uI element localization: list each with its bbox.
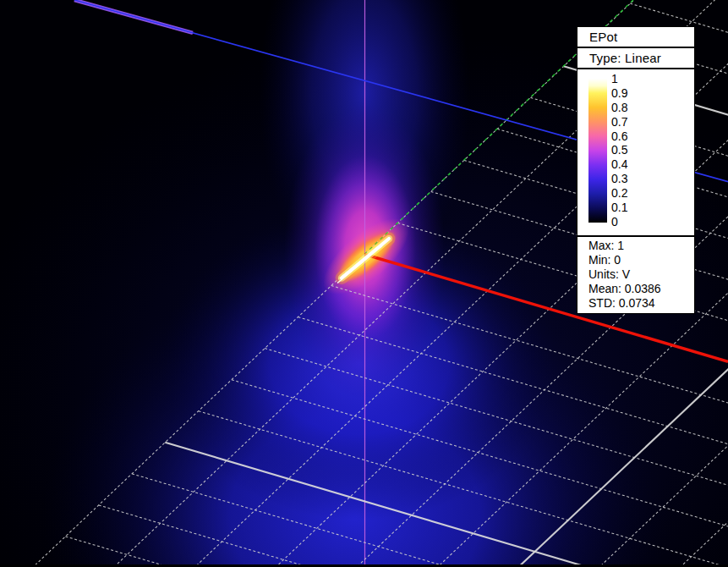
colorbar-tick: 0.3 [611, 173, 627, 184]
stat-max: Max: 1 [588, 239, 691, 253]
colorbar-tick: 0.4 [611, 158, 627, 170]
colorbar-tick: 1 [611, 73, 627, 85]
legend-title: EPot [577, 27, 694, 48]
colorbar-tick: 0 [611, 216, 627, 228]
colorbar-tick: 0.6 [611, 130, 627, 142]
colorbar-section: 1 0.9 0.8 0.7 0.6 0.5 0.4 0.3 0.2 0.1 0 [577, 69, 694, 237]
stat-mean: Mean: 0.0386 [588, 282, 691, 296]
legend-type: Type: Linear [577, 48, 694, 69]
colorbar-tick: 0.2 [611, 187, 627, 199]
viewport-3d[interactable]: EPot Type: Linear 1 0.9 0.8 0.7 0.6 0.5 … [0, 0, 728, 567]
stat-min: Min: 0 [588, 253, 691, 267]
stat-units: Units: V [588, 267, 691, 282]
colorbar-tick: 0.1 [611, 201, 627, 213]
colorbar-tick: 0.8 [611, 102, 627, 113]
legend-panel[interactable]: EPot Type: Linear 1 0.9 0.8 0.7 0.6 0.5 … [577, 26, 695, 314]
colorbar-ticks: 1 0.9 0.8 0.7 0.6 0.5 0.4 0.3 0.2 0.1 0 [611, 73, 627, 228]
colorbar-tick: 0.7 [611, 116, 627, 128]
legend-stats: Max: 1 Min: 0 Units: V Mean: 0.0386 STD:… [577, 237, 694, 313]
colorbar-tick: 0.9 [611, 87, 627, 99]
stat-std: STD: 0.0734 [588, 296, 691, 311]
colorbar-tick: 0.5 [611, 144, 627, 156]
colorbar-gradient [588, 79, 607, 223]
